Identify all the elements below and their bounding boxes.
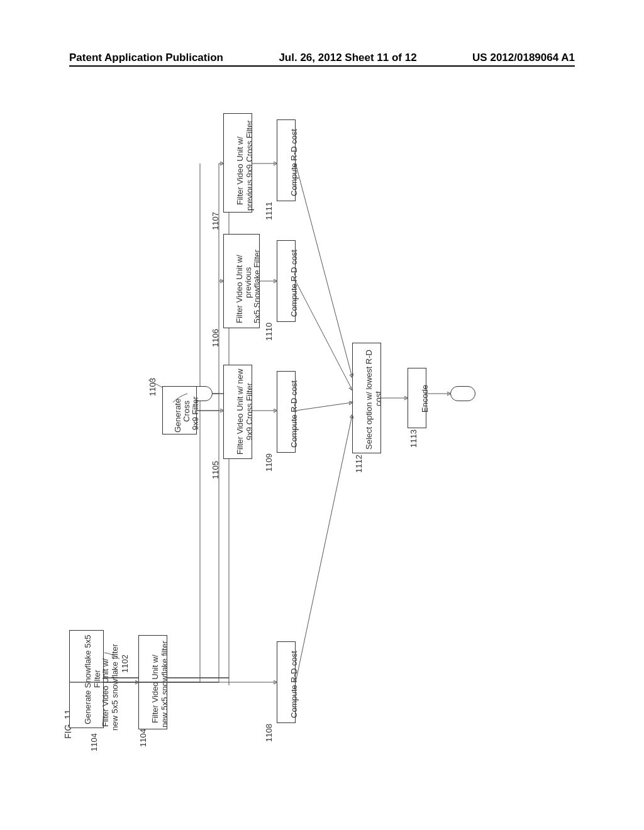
svg-line-25 [296,415,352,682]
header-left: Patent Application Publication [69,52,223,64]
tx-1105b: 9x9 Cross Filter [245,383,254,440]
terminal-end [450,386,475,401]
flowchart: FIG. 11 1101 Generate Snowflake 5x5 Filt… [50,119,503,755]
tx-1112b: cost [374,391,383,406]
tx-1109: Compute R-D cost [289,380,299,448]
rx-1113: 1113 [409,429,418,448]
t-1103-2: Cross [182,401,191,422]
svg-line-28 [296,163,352,377]
tx-1112a: Select option w/ lowest R-D [364,350,374,450]
rx-1108: 1108 [264,724,274,742]
tx-1104a: Filter Video Unit w/ [150,655,160,723]
rx-1112: 1112 [354,455,364,473]
r-1102: 1102 [120,655,130,673]
tx-1104b: new 5x5 snowflake filter [160,641,169,728]
tx-1107b: previous 9x9 Cross Filter [245,120,254,211]
t-1102-1: Generate Snowflake 5x5 [83,635,92,724]
rx-1107: 1107 [211,212,220,230]
tx-1110: Compute R-D cost [289,250,299,317]
rx-1110: 1110 [264,323,274,341]
tx-1108: Compute R-D cost [289,651,299,718]
svg-line-26 [296,402,352,411]
t-1104-1: Filter Video Unit w/ [101,658,110,727]
rx-1104: 1104 [138,729,148,747]
rx-1109: 1109 [264,453,274,472]
t-1103-3: 9x9 Filter [191,397,200,430]
tx-1107a: Filter Video Unit w/ [235,136,245,205]
r-1103: 1103 [148,378,157,396]
t-1103-1: Generate [173,399,182,433]
r-1104: 1104 [89,733,99,751]
tx-1106b: previous [243,267,253,298]
header-center: Jul. 26, 2012 Sheet 11 of 12 [279,52,416,64]
tx-1113: Encode [420,385,430,412]
svg-line-27 [296,281,352,390]
header-separator [69,65,575,67]
page-header: Patent Application Publication Jul. 26, … [0,52,644,64]
header-right: US 2012/0189064 A1 [472,52,575,64]
rx-1111: 1111 [264,202,274,220]
rx-1106: 1106 [211,329,220,347]
tx-1106c: 5x5 Snowflake Filter [252,250,262,323]
rx-1105: 1105 [211,461,220,479]
tx-1106a: Filter Video Unit w/ [235,255,244,323]
tx-1105a: Filter Video Unit w/ new [235,369,245,455]
tx-1111: Compute R-D cost [289,129,299,196]
t-1104-2: new 5x5 snowflake filter [110,644,119,731]
